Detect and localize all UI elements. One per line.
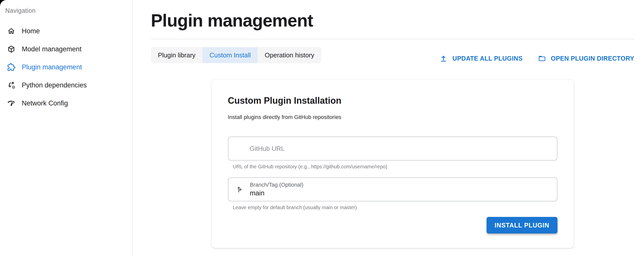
github-url-field (228, 137, 557, 161)
tab-bar: Plugin library Custom Install Operation … (151, 47, 321, 63)
card-title: Custom Plugin Installation (228, 95, 557, 106)
sidebar-item-plugin-management[interactable]: Plugin management (0, 58, 132, 76)
home-icon (7, 27, 15, 35)
sidebar-item-label: Network Config (22, 99, 68, 107)
card-actions-row: INSTALL PLUGIN (228, 217, 557, 233)
sidebar-item-label: Home (22, 27, 40, 35)
sidebar-item-label: Plugin management (22, 63, 82, 71)
branch-tag-input[interactable] (250, 189, 550, 197)
svg-text:⚙: ⚙ (12, 85, 15, 89)
sidebar-item-label: Python dependencies (22, 81, 87, 89)
sidebar-item-model-management[interactable]: Model management (0, 40, 132, 58)
branch-tag-stack: Branch/Tag (Optional) (250, 182, 550, 197)
toolbar: Plugin library Custom Install Operation … (151, 47, 634, 63)
tab-operation-history[interactable]: Operation history (258, 47, 321, 63)
github-url-input[interactable] (228, 137, 557, 160)
puzzle-icon (7, 63, 15, 71)
sidebar-item-python-dependencies[interactable]: ⚙ Python dependencies (0, 76, 132, 94)
folder-icon (538, 55, 546, 62)
sidebar-nav-list: Home Model management Plugin management (0, 22, 132, 112)
upload-icon (440, 55, 447, 62)
update-all-plugins-label: UPDATE ALL PLUGINS (452, 55, 522, 62)
branch-tag-helper-text: Leave empty for default branch (usually … (233, 205, 557, 210)
tab-custom-install[interactable]: Custom Install (202, 47, 258, 63)
github-url-helper-text: URL of the GitHub repository (e.g., http… (233, 164, 557, 170)
branch-tag-field: Branch/Tag (Optional) (228, 177, 557, 201)
sidebar: Navigation Home Model management (0, 0, 133, 256)
network-check-icon (7, 99, 15, 107)
sidebar-item-network-config[interactable]: Network Config (0, 94, 132, 112)
fork-right-icon (236, 185, 245, 194)
window-corner (0, 0, 7, 7)
sidebar-item-label: Model management (22, 45, 82, 53)
cube-icon (7, 45, 15, 53)
title-divider (151, 39, 634, 39)
toolbar-actions: UPDATE ALL PLUGINS OPEN PLUGIN DIRECTORY (440, 55, 634, 62)
page-title: Plugin management (151, 12, 634, 29)
sidebar-title: Navigation (5, 7, 132, 14)
open-plugin-directory-label: OPEN PLUGIN DIRECTORY (551, 55, 634, 62)
open-plugin-directory-button[interactable]: OPEN PLUGIN DIRECTORY (538, 55, 634, 62)
update-all-plugins-button[interactable]: UPDATE ALL PLUGINS (440, 55, 522, 62)
card-subtitle: Install plugins directly from GitHub rep… (228, 114, 557, 120)
tab-plugin-library[interactable]: Plugin library (151, 47, 202, 63)
install-plugin-button[interactable]: INSTALL PLUGIN (487, 217, 557, 233)
sync-gear-icon: ⚙ (7, 81, 15, 89)
main-content: Plugin management Plugin library Custom … (133, 0, 644, 256)
custom-install-card: Custom Plugin Installation Install plugi… (212, 80, 574, 248)
sidebar-item-home[interactable]: Home (0, 22, 132, 40)
branch-tag-label: Branch/Tag (Optional) (250, 182, 550, 188)
